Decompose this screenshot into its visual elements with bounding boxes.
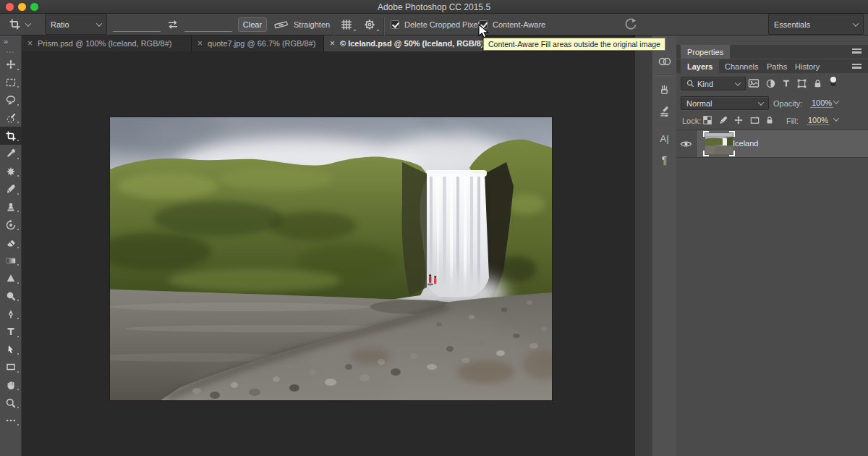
straighten-button[interactable]: Straighten	[273, 14, 330, 35]
type-tool[interactable]	[0, 323, 22, 341]
blur-tool[interactable]	[0, 269, 22, 287]
filter-shape-layers-button[interactable]	[795, 77, 808, 90]
gear-icon	[363, 18, 376, 31]
workspace-select[interactable]: Essentials	[768, 14, 864, 35]
panel-menu-icon[interactable]	[852, 48, 861, 54]
filter-adjustment-layers-button[interactable]	[764, 77, 777, 90]
layer-visibility-toggle[interactable]	[676, 130, 697, 157]
tab-iceland-psd[interactable]: × © Iceland.psd @ 50% (Iceland, RGB/8)	[324, 35, 483, 51]
crop-overlay-options-button[interactable]	[340, 14, 353, 35]
swap-dimensions-button[interactable]	[167, 14, 179, 35]
crop-ratio-select[interactable]: Ratio	[45, 14, 107, 35]
ellipsis-icon	[5, 415, 17, 426]
gradient-tool[interactable]	[0, 252, 22, 270]
chevron-down-icon[interactable]	[833, 115, 839, 121]
tab-history[interactable]: History	[788, 59, 826, 73]
character-panel-icon: A|	[660, 133, 668, 144]
properties-group-bar: Properties	[676, 45, 868, 59]
brush-presets-panel-button[interactable]	[652, 101, 676, 121]
grid-overlay-icon	[340, 18, 353, 31]
type-icon	[781, 78, 791, 88]
toolbar-grip[interactable]	[7, 51, 15, 53]
eraser-tool[interactable]	[0, 234, 22, 252]
eraser-icon	[5, 237, 17, 248]
hand-icon	[5, 379, 17, 391]
panel-dock-strip: « A| ¶	[635, 35, 676, 456]
tab-quote7-jpg[interactable]: × quote7.jpg @ 66.7% (RGB/8#)	[192, 35, 324, 51]
lock-all-button[interactable]	[763, 114, 776, 127]
document-image[interactable]	[110, 117, 552, 400]
move-icon	[733, 115, 744, 125]
tab-properties[interactable]: Properties	[681, 45, 730, 59]
lasso-tool[interactable]	[0, 91, 22, 109]
tools-panel: »	[0, 35, 22, 456]
clear-button[interactable]: Clear	[238, 17, 267, 32]
tab-channels[interactable]: Channels	[718, 59, 765, 73]
crop-tool-preset[interactable]	[9, 14, 30, 35]
quick-selection-tool[interactable]	[0, 109, 22, 127]
crop-width-input[interactable]	[113, 19, 161, 32]
path-selection-tool[interactable]	[0, 341, 22, 359]
fill-value[interactable]: 100%	[807, 116, 830, 125]
shape-tool[interactable]	[0, 358, 22, 376]
toggle-switch-icon	[827, 75, 839, 89]
filter-pixel-layers-button[interactable]	[747, 77, 760, 90]
layer-row[interactable]: Iceland	[676, 130, 868, 157]
lasso-icon	[5, 94, 17, 106]
reset-tool-button[interactable]	[624, 14, 637, 35]
brush-icon	[5, 183, 17, 195]
chevron-down-icon[interactable]	[833, 98, 839, 104]
lock-transparency-button[interactable]	[701, 114, 714, 127]
marquee-tool[interactable]	[0, 74, 22, 92]
history-brush-tool[interactable]	[0, 216, 22, 234]
lock-image-button[interactable]	[717, 114, 730, 127]
delete-cropped-pixels-checkbox[interactable]: Delete Cropped Pixels	[391, 14, 483, 35]
paragraph-panel-button[interactable]: ¶	[652, 150, 676, 170]
brush-tool[interactable]	[0, 180, 22, 198]
opacity-value[interactable]: 100%	[810, 98, 833, 108]
clone-stamp-tool[interactable]	[0, 198, 22, 216]
brush-panel-button[interactable]	[652, 79, 676, 99]
creative-cloud-button[interactable]	[652, 51, 676, 72]
tab-prism-psd[interactable]: × Prism.psd @ 100% (Iceland, RGB/8#)	[22, 35, 192, 51]
crop-tool[interactable]	[0, 127, 22, 145]
zoom-tool[interactable]	[0, 394, 22, 412]
close-icon[interactable]: ×	[27, 39, 33, 48]
hand-tool[interactable]	[0, 376, 22, 394]
chevron-down-icon	[758, 99, 764, 105]
close-icon[interactable]: ×	[330, 39, 335, 48]
eyedropper-tool[interactable]	[0, 145, 22, 163]
lock-artboard-button[interactable]	[748, 114, 761, 127]
filter-type-layers-button[interactable]	[780, 77, 793, 90]
layer-name[interactable]: Iceland	[733, 139, 758, 148]
move-tool[interactable]	[0, 56, 22, 74]
pen-tool[interactable]	[0, 305, 22, 323]
chevron-down-icon	[25, 20, 31, 26]
blur-drop-icon	[5, 272, 17, 284]
dodge-tool[interactable]	[0, 287, 22, 305]
filter-toggle-button[interactable]	[827, 75, 840, 88]
layer-thumbnail[interactable]	[705, 133, 733, 154]
image-icon	[748, 77, 760, 89]
character-panel-button[interactable]: A|	[652, 128, 676, 148]
selection-arrow-icon	[5, 344, 17, 355]
opacity-label: Opacity:	[773, 99, 802, 108]
filter-smart-objects-button[interactable]	[811, 77, 824, 90]
crop-height-input[interactable]	[184, 19, 232, 32]
mouse-cursor	[478, 24, 489, 39]
history-brush-icon	[5, 219, 17, 231]
spot-healing-brush-tool[interactable]	[0, 163, 22, 181]
dodge-icon	[5, 290, 17, 302]
lock-label: Lock:	[682, 117, 701, 125]
tab-layers[interactable]: Layers	[681, 59, 719, 73]
paragraph-panel-icon: ¶	[662, 154, 668, 166]
panel-menu-icon[interactable]	[852, 64, 861, 69]
toolbar-collapse-button[interactable]: »	[4, 37, 8, 46]
edit-toolbar-button[interactable]	[0, 412, 22, 430]
close-icon[interactable]: ×	[197, 39, 203, 48]
blend-mode-select[interactable]: Normal	[681, 96, 769, 110]
layer-filter-kind-select[interactable]: Kind	[681, 77, 746, 90]
crop-settings-button[interactable]	[363, 14, 376, 35]
eyedropper-icon	[5, 148, 17, 159]
lock-position-button[interactable]	[732, 114, 745, 127]
